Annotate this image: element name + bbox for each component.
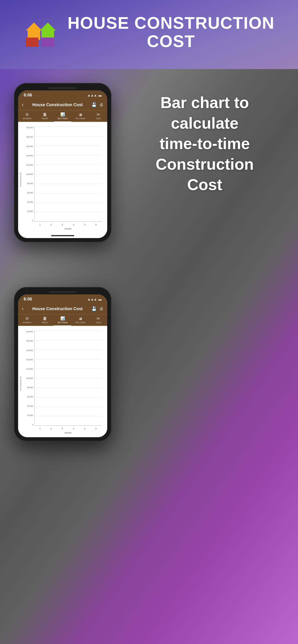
y-axis-labels-2: 200,000 180,000 160,000 140,000 120,000 … [24, 330, 34, 426]
status-icons-2: ▲▲▲ ▬ [87, 298, 102, 301]
header-section: HOUSE CONSTRUCTION COST [0, 0, 298, 69]
save-icon-2[interactable]: 💾 [91, 306, 97, 311]
x-label-6: 6 [95, 224, 97, 226]
tab-calculation-2[interactable]: ⊞ alculation [18, 314, 36, 326]
phone-mockup-1: 6:06 ▲▲▲ ▬ ‹ House Construction Cost 💾 [14, 83, 111, 242]
tabs-1: ⊞ alculation 📋 Report 📊 Bar Charts ◕ [18, 110, 107, 122]
tab-barcharts-2[interactable]: 📊 Bar Charts [54, 314, 72, 326]
tab-calc-label-2: alculation [23, 321, 31, 324]
status-time-1: 6:06 [24, 93, 32, 98]
promo-text-section: Bar chart to calculate time-to-time Cons… [125, 83, 284, 204]
nav-title-1: House Construction Cost [32, 102, 83, 107]
tab-gantt-2[interactable]: ≫ Gantt [89, 314, 107, 326]
y-label-120k: 120,000 [26, 164, 33, 166]
wifi-icon: ▲▲▲ [87, 94, 97, 97]
calculation-icon: ⊞ [26, 112, 29, 116]
tab-barchart-label-2: Bar Charts [58, 321, 68, 324]
tab-gantt-1[interactable]: ≫ Gantt [89, 110, 107, 122]
tab-piechart-label: Pie Charts [76, 117, 85, 120]
y-axis-title-1: Cost Required (₹) [20, 172, 22, 187]
y-label-200k: 200,000 [26, 126, 33, 129]
bottom-spacer [0, 460, 298, 506]
first-phone-section: 6:06 ▲▲▲ ▬ ‹ House Construction Cost 💾 [0, 69, 298, 278]
y-label-60k: 60,000 [27, 192, 33, 194]
app-title: HOUSE CONSTRUCTION COST [68, 14, 274, 50]
tab-gantt-label: Gantt [96, 117, 101, 120]
tab-report-label-2: Report [42, 321, 48, 324]
y-axis-labels-1: 200,000 180,000 160,000 140,000 120,000 … [24, 126, 34, 222]
report-icon: 📋 [43, 112, 47, 116]
second-phone-section: 6:06 ▲▲▲ ▬ ‹ House Construction Cost 💾 [0, 278, 298, 460]
app-logo [24, 14, 58, 50]
barchart-icon: 📊 [60, 112, 65, 116]
wifi-icon-2: ▲▲▲ [87, 298, 97, 301]
nav-icons-1: 💾 🖨 [91, 102, 104, 107]
status-bar-2: 6:06 ▲▲▲ ▬ [18, 294, 107, 304]
tab-report-1[interactable]: 📋 Report [36, 110, 54, 122]
battery-icon-2: ▬ [98, 298, 102, 301]
status-icons-1: ▲▲▲ ▬ [87, 94, 102, 97]
x-axis-title-2: Months [34, 432, 102, 434]
status-time-2: 6:06 [24, 297, 32, 302]
y-label-100k: 100,000 [26, 173, 33, 175]
tab-barchart-label: Bar Charts [58, 117, 68, 120]
x-label-4: 4 [73, 224, 74, 226]
x-label-3: 3 [62, 224, 63, 226]
status-bar-1: 6:06 ▲▲▲ ▬ [18, 90, 107, 100]
y-label-160k: 160,000 [26, 145, 33, 148]
y-label-180k: 180,000 [26, 136, 33, 138]
save-icon-1[interactable]: 💾 [91, 102, 97, 107]
tab-gantt-label-2: Gantt [96, 321, 101, 324]
piechart-icon-2: ◕ [79, 316, 82, 320]
back-button-2[interactable]: ‹ [22, 306, 24, 312]
x-label-5: 5 [84, 224, 85, 226]
x-axis-labels-1: 1 2 3 4 5 6 [34, 224, 102, 226]
tab-piechart-label-2: Pie Charts [76, 321, 85, 324]
phone-mockup-2: 6:06 ▲▲▲ ▬ ‹ House Construction Cost 💾 [14, 287, 111, 442]
print-icon-2[interactable]: 🖨 [99, 306, 104, 311]
y-label-0: 0 [32, 220, 33, 222]
svg-marker-0 [26, 22, 42, 30]
piechart-icon: ◕ [79, 112, 82, 116]
x-axis-labels-2: 1 2 3 4 5 6 [34, 428, 102, 430]
nav-icons-2: 💾 🖨 [91, 306, 104, 311]
nav-bar-2: ‹ House Construction Cost 💾 🖨 [18, 304, 107, 314]
report-icon-2: 📋 [43, 316, 47, 320]
chart-plot-2 [34, 330, 102, 426]
svg-marker-2 [40, 22, 56, 30]
nav-title-2: House Construction Cost [32, 306, 83, 311]
tab-piecharts-1[interactable]: ◕ Pie Charts [72, 110, 89, 122]
y-label-80k: 80,000 [27, 182, 33, 184]
battery-icon: ▬ [98, 94, 102, 97]
tab-barcharts-1[interactable]: 📊 Bar Charts [54, 110, 72, 122]
print-icon-1[interactable]: 🖨 [99, 102, 104, 107]
back-button-1[interactable]: ‹ [22, 102, 24, 108]
header-title-container: HOUSE CONSTRUCTION COST [68, 14, 274, 50]
bar-chart-1: Cost Required (₹) 200,000 180,000 160,00… [18, 122, 107, 233]
x-label-1: 1 [40, 224, 41, 226]
x-axis-title-1: Months [34, 228, 102, 230]
promo-description: Bar chart to calculate time-to-time Cons… [155, 92, 254, 195]
bar-chart-2: Cost Required (₹) 200,000 180,000 160,00… [18, 326, 107, 437]
tabs-2: ⊞ alculation 📋 Report 📊 Bar Charts ◕ [18, 314, 107, 326]
tab-calc-label: alculation [23, 117, 31, 120]
x-label-2: 2 [51, 224, 52, 226]
tab-piecharts-2[interactable]: ◕ Pie Charts [72, 314, 89, 326]
barchart-icon-2: 📊 [60, 316, 65, 320]
home-indicator-1 [18, 233, 107, 238]
gantt-icon-2: ≫ [96, 316, 100, 320]
tab-report-2[interactable]: 📋 Report [36, 314, 54, 326]
tab-calculation-1[interactable]: ⊞ alculation [18, 110, 36, 122]
y-label-40k: 40,000 [27, 201, 33, 203]
y-axis-title-2: Cost Required (₹) [20, 376, 22, 391]
chart-plot-1 [34, 126, 102, 222]
y-label-20k: 20,000 [27, 210, 33, 212]
calculation-icon-2: ⊞ [26, 316, 29, 320]
gantt-icon: ≫ [96, 112, 100, 116]
tab-report-label: Report [42, 117, 48, 120]
nav-bar-1: ‹ House Construction Cost 💾 🖨 [18, 100, 107, 110]
y-label-140k: 140,000 [26, 154, 33, 157]
